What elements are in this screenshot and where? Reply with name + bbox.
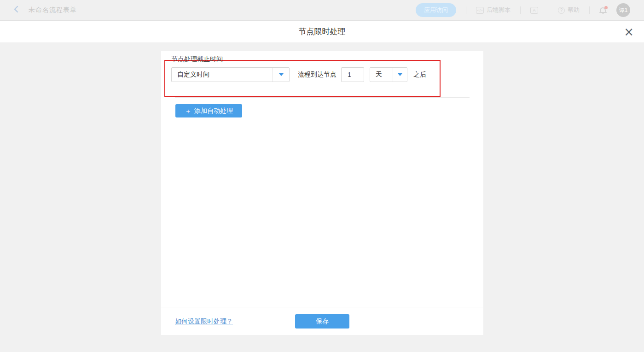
how-to-set-link[interactable]: 如何设置限时处理？ [175, 307, 233, 335]
chevron-down-icon [398, 73, 402, 76]
card-footer: 如何设置限时处理？ 保存 [161, 307, 483, 335]
deadline-label: 节点处理截止时间 [171, 55, 223, 64]
flow-form-title: 未命名流程表单 [29, 6, 77, 14]
notification-dot [604, 6, 608, 9]
unit-select[interactable]: 天 [370, 67, 407, 82]
address-book-icon: A [530, 7, 538, 14]
add-auto-process-button[interactable]: ＋ 添加自动处理 [175, 104, 242, 117]
settings-card: 节点处理截止时间 自定义时间 流程到达节点 天 之后 ＋ 添加自动处理 [161, 51, 483, 335]
save-button[interactable]: 保存 [295, 314, 349, 329]
app-access-label: 应用访问 [424, 6, 448, 14]
backend-script-button[interactable]: </> 后端脚本 [476, 6, 511, 14]
help-label: 帮助 [568, 6, 580, 14]
duration-input[interactable] [341, 67, 364, 82]
time-type-select[interactable]: 自定义时间 [171, 67, 290, 82]
modal-title: 节点限时处理 [0, 21, 644, 42]
reach-node-label: 流程到达节点 [298, 70, 337, 79]
topbar: 未命名流程表单 应用访问 </> 后端脚本 A ? 帮助 谭1 [0, 0, 644, 21]
code-icon: </> [476, 7, 484, 14]
app-access-button[interactable]: 应用访问 [416, 3, 456, 17]
time-type-value: 自定义时间 [172, 70, 273, 79]
add-auto-process-label: 添加自动处理 [194, 107, 233, 115]
back-chevron-icon [13, 6, 19, 15]
close-icon[interactable]: × [624, 21, 634, 42]
avatar-label: 谭1 [619, 6, 628, 14]
after-label: 之后 [413, 70, 426, 79]
unit-value: 天 [370, 70, 393, 79]
address-book-button[interactable]: A [530, 7, 538, 14]
question-icon: ? [558, 7, 565, 14]
divider [520, 6, 521, 14]
chevron-down-icon [279, 73, 284, 76]
section-divider [175, 97, 470, 98]
divider [548, 6, 548, 14]
modal-header: 节点限时处理 × [0, 21, 644, 42]
divider [589, 6, 590, 14]
help-button[interactable]: ? 帮助 [558, 6, 580, 14]
deadline-config-row: 自定义时间 流程到达节点 天 之后 [171, 67, 426, 82]
modal-body: 节点处理截止时间 自定义时间 流程到达节点 天 之后 ＋ 添加自动处理 [0, 42, 644, 352]
divider [466, 6, 466, 14]
plus-icon: ＋ [185, 107, 191, 114]
backend-script-label: 后端脚本 [487, 6, 511, 14]
notification-bell-icon[interactable] [599, 6, 607, 14]
back-button[interactable] [13, 6, 19, 15]
user-avatar[interactable]: 谭1 [616, 3, 630, 17]
